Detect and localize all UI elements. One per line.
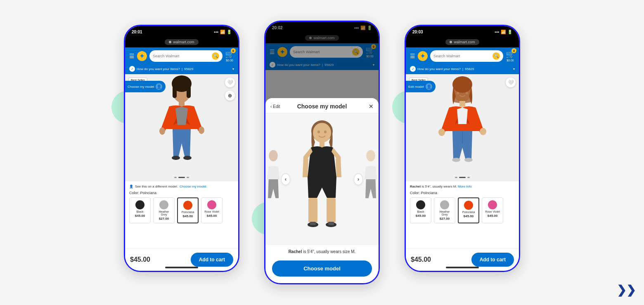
swatch-circle-grey-1 xyxy=(159,200,168,209)
choose-model-label-1: Choose my model xyxy=(128,85,154,89)
cart-icon-3[interactable]: 0 🛒 $0.00 xyxy=(506,50,515,62)
product-info-1: 👤 See this on a different model. Choose … xyxy=(125,181,238,229)
delivery-chevron-3[interactable]: ▾ xyxy=(513,67,515,71)
phone-3: 20:03 ▪▪▪ 📶 🔋 walmart.com ☰ ✦ 🔍 0 xyxy=(400,25,524,280)
search-input-3[interactable] xyxy=(433,54,491,58)
delivery-check-icon: ✓ xyxy=(129,66,135,72)
add-to-cart-btn-1[interactable]: Add to cart xyxy=(191,253,233,267)
zoom-button-1[interactable]: ⊕ xyxy=(225,91,235,101)
cart-price-3: $0.00 xyxy=(507,59,514,62)
carousel-prev-btn[interactable]: ‹ xyxy=(281,174,290,185)
choose-model-btn-1[interactable]: Choose my model 👤 xyxy=(125,81,166,92)
side-model-left-svg xyxy=(265,138,281,221)
walmart-logo: ✦ xyxy=(137,51,147,61)
search-bar-1[interactable]: 🔍 xyxy=(149,50,223,62)
battery-icon-3: 🔋 xyxy=(507,30,512,34)
cart-icon-1[interactable]: 0 🛒 $0.00 xyxy=(225,50,234,62)
home-indicator-3 xyxy=(446,267,479,268)
time-1: 20:01 xyxy=(132,30,142,34)
product-area-1: Best Seller Choose my model 👤 🤍 ⊕ xyxy=(125,74,238,181)
modal-header: ‹ Edit Choose my model ✕ xyxy=(265,98,379,113)
swatch-pink-3[interactable]: Rose Violet $45.00 xyxy=(482,197,503,223)
carousel-next-btn[interactable]: › xyxy=(354,174,363,185)
search-button-1[interactable]: 🔍 xyxy=(212,52,219,60)
cart-price-1: $0.00 xyxy=(226,59,233,62)
model-person-icon-1: 👤 xyxy=(156,83,162,90)
swatch-price-black-1: $45.00 xyxy=(135,214,145,218)
swatch-price-orange-1: $45.00 xyxy=(183,214,193,218)
search-input-1[interactable] xyxy=(153,54,210,58)
svg-rect-14 xyxy=(320,142,324,148)
model-person-icon-3: 👤 xyxy=(426,83,432,90)
swatch-grey-3[interactable]: Heather Grey $27.00 xyxy=(434,197,455,223)
swatch-grey-1[interactable]: Heather Grey $27.00 xyxy=(153,197,175,223)
favorite-button-3[interactable]: 🤍 xyxy=(506,77,516,87)
search-bar-3[interactable]: 🔍 xyxy=(430,50,503,62)
swatch-orange-1[interactable]: Poinciana $45.00 xyxy=(177,197,199,223)
status-bar-3: 20:03 ▪▪▪ 📶 🔋 xyxy=(406,26,519,38)
carousel-right: › xyxy=(354,113,379,245)
url-text-1: walmart.com xyxy=(165,39,198,45)
swatch-circle-orange-3 xyxy=(464,201,473,210)
edit-model-btn-3[interactable]: Edit model 👤 xyxy=(406,81,436,92)
delivery-left-3: ✓ How do you want your items? | 95829 xyxy=(410,66,474,72)
svg-point-13 xyxy=(324,131,327,134)
modal-back-btn[interactable]: ‹ Edit xyxy=(270,104,280,109)
model-caption: Rachel is 5'4", usually wears size M. xyxy=(265,245,379,258)
swatch-pink-1[interactable]: Rose Violet $45.00 xyxy=(201,197,223,223)
add-to-cart-btn-3[interactable]: Add to cart xyxy=(471,253,514,267)
swatch-price-grey-1: $27.00 xyxy=(159,217,169,221)
status-icons-1: ▪▪▪ 📶 🔋 xyxy=(214,30,232,34)
svg-rect-4 xyxy=(179,100,185,107)
product-scroll-1[interactable]: Best Seller Choose my model 👤 🤍 ⊕ xyxy=(125,74,238,239)
modal-title: Choose my model xyxy=(297,103,347,110)
color-swatches-3: Black $45.00 Heather Grey $27.00 Poincia… xyxy=(410,197,515,223)
choose-my-model-link-1[interactable]: Choose my model xyxy=(180,185,206,188)
dot-1 xyxy=(174,177,177,178)
swatch-black-3[interactable]: Black $45.00 xyxy=(410,197,431,223)
svg-point-30 xyxy=(457,92,459,94)
swatch-price-orange-3: $45.00 xyxy=(464,214,474,218)
wifi-icon-3: 📶 xyxy=(501,30,506,34)
favorite-button-1[interactable]: 🤍 xyxy=(225,77,235,87)
choose-model-bottom-btn[interactable]: Choose model xyxy=(272,260,372,277)
modal-close-btn[interactable]: ✕ xyxy=(369,103,374,110)
lock-icon-3 xyxy=(450,41,452,43)
modal-carousel: ‹ xyxy=(265,113,379,245)
product-area-3: Best Seller Edit model 👤 🤍 xyxy=(406,74,519,181)
dot-3-2 xyxy=(459,177,466,178)
search-button-3[interactable]: 🔍 xyxy=(492,52,500,60)
swatch-name-pink-1: Rose Violet xyxy=(204,210,219,213)
scroll-indicator-1 xyxy=(174,177,189,178)
footer-price-3: $45.00 xyxy=(411,256,431,263)
more-info-link[interactable]: More Info xyxy=(458,185,472,188)
svg-point-29 xyxy=(464,158,473,162)
color-label-1: Color: Poinciana xyxy=(129,191,234,195)
model-rachel-svg xyxy=(295,120,349,239)
modal-overlay[interactable]: ‹ Edit Choose my model ✕ ‹ xyxy=(265,22,379,283)
svg-rect-24 xyxy=(459,101,465,107)
delivery-chevron[interactable]: ▾ xyxy=(232,67,234,71)
logo-watermark: ❯❯ xyxy=(617,283,636,297)
svg-point-28 xyxy=(452,158,460,162)
hamburger-icon[interactable]: ☰ xyxy=(129,53,135,59)
svg-point-25 xyxy=(438,129,445,136)
svg-rect-15 xyxy=(308,198,317,223)
svg-point-7 xyxy=(172,156,180,160)
url-text-3: walmart.com xyxy=(445,39,479,45)
svg-point-21 xyxy=(366,150,375,161)
signal-icon: ▪▪▪ xyxy=(214,30,218,34)
signal-icon-3: ▪▪▪ xyxy=(495,30,499,34)
svg-rect-20 xyxy=(328,222,334,225)
status-icons-3: ▪▪▪ 📶 🔋 xyxy=(495,30,512,34)
product-scroll-3[interactable]: Best Seller Edit model 👤 🤍 xyxy=(406,74,519,239)
hamburger-icon-3[interactable]: ☰ xyxy=(410,53,415,59)
swatch-price-grey-3: $27.00 xyxy=(440,217,450,221)
swatch-black-1[interactable]: Black $45.00 xyxy=(129,197,151,223)
side-model-right-svg xyxy=(363,138,379,221)
model-svg-3 xyxy=(429,75,495,181)
phone-frame-2: 20:02 ▪▪▪ 📶 🔋 walmart.com ☰ ✦ 🔍 0 xyxy=(264,21,380,284)
swatch-orange-3[interactable]: Poinciana $45.00 xyxy=(458,197,479,223)
see-different-model-1: 👤 See this on a different model. Choose … xyxy=(129,185,234,188)
scroll-indicator-3 xyxy=(455,177,470,178)
